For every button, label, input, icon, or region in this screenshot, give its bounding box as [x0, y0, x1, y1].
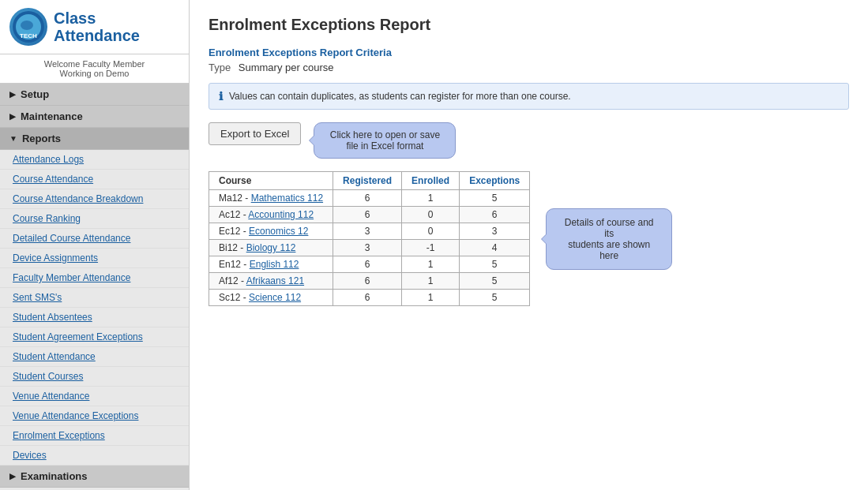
app-name: ClassAttendance — [54, 9, 140, 44]
sidebar-item-devices[interactable]: Devices — [0, 446, 189, 466]
table-cell-enrolled: 1 — [402, 290, 460, 306]
course-link[interactable]: English 112 — [250, 259, 299, 270]
table-cell-enrolled: 0 — [402, 207, 460, 223]
table-cell-registered: 6 — [333, 290, 402, 306]
table-cell-enrolled: 0 — [402, 223, 460, 240]
table-row: Ec12 - Economics 12303 — [209, 223, 530, 240]
table-row: En12 - English 112615 — [209, 256, 530, 273]
sidebar-item-sent-sms[interactable]: Sent SMS's — [0, 288, 189, 308]
info-icon: ℹ — [219, 90, 223, 103]
table-cell-exceptions: 5 — [460, 256, 530, 273]
table-row: Af12 - Afrikaans 121615 — [209, 273, 530, 290]
table-cell-course: Ma12 - Mathematics 112 — [209, 190, 333, 207]
col-header-course: Course — [209, 172, 333, 190]
course-link[interactable]: Afrikaans 121 — [246, 275, 304, 286]
sidebar-item-student-agreement-exceptions[interactable]: Student Agreement Exceptions — [0, 327, 189, 347]
sidebar-item-faculty-member-attendance[interactable]: Faculty Member Attendance — [0, 268, 189, 288]
maintenance-label: Maintenance — [21, 110, 83, 122]
sidebar-item-device-assignments[interactable]: Device Assignments — [0, 249, 189, 268]
type-label: Type — [209, 62, 231, 73]
enrolment-table: Course Registered Enrolled Exceptions Ma… — [209, 171, 530, 306]
maintenance-arrow-icon: ▶ — [9, 112, 16, 121]
type-value: Summary per course — [239, 62, 334, 73]
sidebar-item-venue-attendance-exceptions[interactable]: Venue Attendance Exceptions — [0, 406, 189, 426]
course-link[interactable]: Biology 112 — [246, 242, 296, 253]
app-title-block: ClassAttendance — [54, 9, 140, 44]
table-cell-exceptions: 4 — [460, 240, 530, 256]
main-content: Enrolment Exceptions Report Enrolment Ex… — [190, 0, 868, 490]
table-cell-course: En12 - English 112 — [209, 256, 333, 273]
criteria-type-row: Type Summary per course — [209, 62, 849, 73]
course-link[interactable]: Economics 12 — [249, 226, 308, 237]
sidebar-item-student-attendance[interactable]: Student Attendance — [0, 347, 189, 367]
table-cell-enrolled: 1 — [402, 256, 460, 273]
sidebar-nav: ▶ Setup ▶ Maintenance ▼ Reports Attendan… — [0, 84, 189, 490]
table-cell-course: Ac12 - Accounting 112 — [209, 207, 333, 223]
page-title: Enrolment Exceptions Report — [209, 16, 849, 34]
sidebar-item-course-ranking[interactable]: Course Ranking — [0, 209, 189, 229]
reports-arrow-icon: ▼ — [9, 134, 17, 143]
sidebar-group-maintenance[interactable]: ▶ Maintenance — [0, 106, 189, 128]
table-cell-registered: 3 — [333, 240, 402, 256]
sidebar-group-reports[interactable]: ▼ Reports — [0, 128, 189, 150]
setup-label: Setup — [21, 88, 49, 100]
export-excel-button[interactable]: Export to Excel — [209, 122, 301, 145]
table-cell-registered: 6 — [333, 207, 402, 223]
table-cell-registered: 6 — [333, 190, 402, 207]
table-cell-course: Sc12 - Science 112 — [209, 290, 333, 306]
course-link[interactable]: Science 112 — [249, 292, 301, 303]
table-cell-exceptions: 5 — [460, 273, 530, 290]
welcome-message: Welcome Faculty Member Working on Demo — [0, 54, 189, 84]
export-tooltip: Click here to open or save file in Excel… — [314, 122, 456, 159]
app-logo: TECH — [9, 8, 47, 46]
sidebar-item-student-absentees[interactable]: Student Absentees — [0, 308, 189, 327]
table-cell-enrolled: -1 — [402, 240, 460, 256]
table-cell-exceptions: 5 — [460, 190, 530, 207]
table-cell-exceptions: 6 — [460, 207, 530, 223]
examinations-arrow-icon: ▶ — [9, 472, 16, 481]
criteria-title: Enrolment Exceptions Report Criteria — [209, 47, 849, 58]
table-cell-exceptions: 5 — [460, 290, 530, 306]
table-row: Sc12 - Science 112615 — [209, 290, 530, 306]
report-criteria: Enrolment Exceptions Report Criteria Typ… — [209, 47, 849, 73]
info-banner: ℹ Values can contain duplicates, as stud… — [209, 83, 849, 110]
svg-text:TECH: TECH — [20, 32, 37, 39]
table-cell-course: Af12 - Afrikaans 121 — [209, 273, 333, 290]
sidebar-group-examinations[interactable]: ▶ Examinations — [0, 466, 189, 488]
app-header: TECH ClassAttendance — [0, 0, 189, 54]
setup-arrow-icon: ▶ — [9, 90, 16, 99]
sidebar-item-attendance-logs[interactable]: Attendance Logs — [0, 150, 189, 170]
table-cell-registered: 3 — [333, 223, 402, 240]
table-cell-course: Bi12 - Biology 112 — [209, 240, 333, 256]
col-header-enrolled: Enrolled — [402, 172, 460, 190]
table-cell-course: Ec12 - Economics 12 — [209, 223, 333, 240]
sidebar-group-setup[interactable]: ▶ Setup — [0, 84, 189, 106]
info-message: Values can contain duplicates, as studen… — [229, 91, 571, 102]
table-cell-registered: 6 — [333, 256, 402, 273]
course-link[interactable]: Accounting 112 — [248, 209, 314, 220]
table-cell-exceptions: 3 — [460, 223, 530, 240]
svg-point-2 — [21, 21, 33, 30]
details-bubble: Details of course and itsstudents are sh… — [546, 208, 672, 270]
export-section: Export to Excel Click here to open or sa… — [209, 122, 849, 159]
col-header-exceptions: Exceptions — [460, 172, 530, 190]
sidebar-item-student-courses[interactable]: Student Courses — [0, 367, 189, 387]
table-cell-enrolled: 1 — [402, 190, 460, 207]
data-table-section: Course Registered Enrolled Exceptions Ma… — [209, 171, 849, 306]
table-row: Bi12 - Biology 1123-14 — [209, 240, 530, 256]
col-header-registered: Registered — [333, 172, 402, 190]
sidebar-item-enrolment-exceptions[interactable]: Enrolment Exceptions — [0, 426, 189, 446]
reports-label: Reports — [22, 133, 61, 144]
sidebar-item-detailed-course-attendance[interactable]: Detailed Course Attendance — [0, 229, 189, 249]
table-cell-enrolled: 1 — [402, 273, 460, 290]
sidebar-item-course-attendance[interactable]: Course Attendance — [0, 170, 189, 189]
examinations-label: Examinations — [21, 470, 88, 482]
course-link[interactable]: Mathematics 112 — [251, 193, 323, 204]
sidebar-item-course-attendance-breakdown[interactable]: Course Attendance Breakdown — [0, 189, 189, 209]
table-cell-registered: 6 — [333, 273, 402, 290]
table-row: Ac12 - Accounting 112606 — [209, 207, 530, 223]
sidebar: TECH ClassAttendance Welcome Faculty Mem… — [0, 0, 190, 490]
table-row: Ma12 - Mathematics 112615 — [209, 190, 530, 207]
sidebar-item-venue-attendance[interactable]: Venue Attendance — [0, 387, 189, 406]
